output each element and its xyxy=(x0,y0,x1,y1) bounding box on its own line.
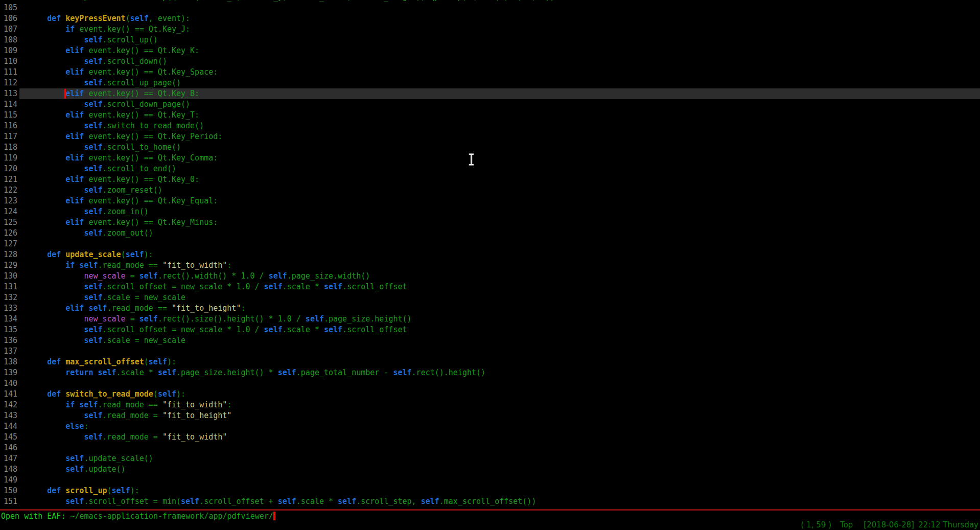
code-text: elif event.key() == Qt.Key_Minus: xyxy=(29,218,218,227)
code-text: def keyPressEvent(self, event): xyxy=(29,14,190,23)
code-text: self.scroll_offset = min(self.scroll_off… xyxy=(29,497,536,506)
code-line[interactable]: 108 self.scroll_up() xyxy=(0,35,980,45)
line-number: 149 xyxy=(0,475,29,486)
code-line[interactable]: 145 self.read_mode = "fit_to_width" xyxy=(0,432,980,443)
code-buffer[interactable]: painter.drawPixmap(QRect(render_x, rende… xyxy=(0,0,980,507)
line-number: 150 xyxy=(0,486,29,496)
code-line[interactable]: 146 xyxy=(0,443,980,453)
code-line[interactable]: 127 xyxy=(0,239,980,249)
code-line[interactable]: 129 if self.read_mode == "fit_to_width": xyxy=(0,260,980,271)
line-number: 106 xyxy=(0,13,29,24)
code-line[interactable]: 130 new_scale = self.rect().width() * 1.… xyxy=(0,271,980,282)
code-text: self.scale = new_scale xyxy=(29,293,185,302)
code-text: new_scale = self.rect().width() * 1.0 / … xyxy=(29,271,370,281)
code-text: self.zoom_out() xyxy=(29,228,153,238)
code-text: new_scale = self.rect().size().height() … xyxy=(29,314,412,324)
line-number: 147 xyxy=(0,453,29,464)
line-number: 143 xyxy=(0,410,29,421)
code-line[interactable]: 134 new_scale = self.rect().size().heigh… xyxy=(0,314,980,325)
line-number: 119 xyxy=(0,153,29,164)
code-line[interactable]: 112 self.scroll_up_page() xyxy=(0,78,980,88)
code-text: def switch_to_read_mode(self): xyxy=(29,389,185,399)
code-line[interactable]: 147 self.update_scale() xyxy=(0,453,980,464)
line-number: 117 xyxy=(0,131,29,142)
code-line[interactable]: 128 def update_scale(self): xyxy=(0,249,980,260)
line-number: 105 xyxy=(0,3,29,13)
code-line[interactable]: 138 def max_scroll_offset(self): xyxy=(0,357,980,367)
line-number: 118 xyxy=(0,142,29,153)
code-line[interactable]: 115 elif event.key() == Qt.Key_T: xyxy=(0,110,980,121)
line-number: 136 xyxy=(0,335,29,346)
line-number: 129 xyxy=(0,260,29,271)
code-text: painter.drawPixmap(QRect(render_x, rende… xyxy=(29,0,555,2)
code-text: elif self.read_mode == "fit_to_height": xyxy=(29,304,245,313)
line-number: 131 xyxy=(0,282,29,292)
code-line[interactable]: 123 elif event.key() == Qt.Key_Equal: xyxy=(0,196,980,206)
code-line[interactable]: 114 self.scroll_down_page() xyxy=(0,99,980,110)
code-line[interactable]: 117 elif event.key() == Qt.Key_Period: xyxy=(0,131,980,142)
code-text: elif event.key() == Qt.Key_K: xyxy=(29,46,199,55)
code-line[interactable]: 109 elif event.key() == Qt.Key_K: xyxy=(0,45,980,56)
line-number: 124 xyxy=(0,206,29,217)
code-text: elif event.key() == Qt.Key_T: xyxy=(29,110,199,120)
cursor-position: ( 1, 59 ) xyxy=(801,520,831,529)
code-line[interactable]: 126 self.zoom_out() xyxy=(0,228,980,239)
code-line[interactable]: 120 self.scroll_to_end() xyxy=(0,164,980,174)
code-line[interactable]: 105 xyxy=(0,3,980,13)
code-line[interactable]: 122 self.zoom_reset() xyxy=(0,185,980,196)
code-line[interactable]: 125 elif event.key() == Qt.Key_Minus: xyxy=(0,217,980,228)
code-line[interactable]: 149 xyxy=(0,475,980,486)
code-text: self.scroll_offset = new_scale * 1.0 / s… xyxy=(29,325,407,334)
code-line[interactable]: 148 self.update() xyxy=(0,464,980,475)
line-number: 109 xyxy=(0,45,29,56)
line-number: 113 xyxy=(0,88,29,99)
code-line[interactable]: 119 elif event.key() == Qt.Key_Comma: xyxy=(0,153,980,164)
code-line[interactable]: 140 xyxy=(0,378,980,389)
code-text: self.zoom_reset() xyxy=(29,186,162,195)
code-line[interactable]: 106 def keyPressEvent(self, event): xyxy=(0,13,980,24)
code-line[interactable]: 131 self.scroll_offset = new_scale * 1.0… xyxy=(0,282,980,292)
code-text: self.scale = new_scale xyxy=(29,336,185,345)
code-line[interactable]: 139 return self.scale * self.page_size.h… xyxy=(0,367,980,378)
code-line[interactable]: 121 elif event.key() == Qt.Key_0: xyxy=(0,174,980,185)
line-number: 142 xyxy=(0,400,29,410)
code-text: elif event.key() == Qt.Key_Equal: xyxy=(29,196,218,205)
code-line[interactable]: 136 self.scale = new_scale xyxy=(0,335,980,346)
code-line[interactable]: 116 self.switch_to_read_mode() xyxy=(0,121,980,131)
code-line[interactable]: 132 self.scale = new_scale xyxy=(0,292,980,303)
code-line[interactable]: 113 elif event.key() == Qt.Key_B: xyxy=(0,88,980,99)
line-number: 139 xyxy=(0,367,29,378)
line-number: 120 xyxy=(0,164,29,174)
code-line[interactable]: 142 if self.read_mode == "fit_to_width": xyxy=(0,400,980,410)
minibuffer-input[interactable]: ~/emacs-application-framework/app/pdfvie… xyxy=(70,512,273,521)
code-text: elif event.key() == Qt.Key_B: xyxy=(29,89,199,98)
code-text: self.scroll_to_home() xyxy=(29,143,181,152)
line-number: 144 xyxy=(0,421,29,432)
code-line[interactable]: 133 elif self.read_mode == "fit_to_heigh… xyxy=(0,303,980,314)
code-line[interactable]: 111 elif event.key() == Qt.Key_Space: xyxy=(0,67,980,78)
code-text: self.read_mode = "fit_to_width" xyxy=(29,432,227,442)
code-line[interactable]: 118 self.scroll_to_home() xyxy=(0,142,980,153)
minibuffer[interactable]: Open with EAF: ~/emacs-application-frame… xyxy=(1,511,275,522)
code-line[interactable]: 110 self.scroll_down() xyxy=(0,56,980,67)
modeline-separator xyxy=(0,509,980,511)
code-text: return self.scale * self.page_size.heigh… xyxy=(29,368,485,377)
line-number: 122 xyxy=(0,185,29,196)
text-cursor xyxy=(64,89,66,99)
code-text: self.zoom_in() xyxy=(29,207,149,216)
code-line[interactable]: 143 self.read_mode = "fit_to_height" xyxy=(0,410,980,421)
code-line[interactable]: 135 self.scroll_offset = new_scale * 1.0… xyxy=(0,325,980,335)
code-text: elif event.key() == Qt.Key_Space: xyxy=(29,67,218,77)
line-number: 140 xyxy=(0,378,29,389)
code-line[interactable]: 141 def switch_to_read_mode(self): xyxy=(0,389,980,400)
code-line[interactable]: 144 else: xyxy=(0,421,980,432)
code-text: self.scroll_offset = new_scale * 1.0 / s… xyxy=(29,282,407,291)
code-line[interactable]: 150 def scroll_up(self): xyxy=(0,486,980,496)
code-line[interactable]: 137 xyxy=(0,346,980,357)
code-line[interactable]: 151 self.scroll_offset = min(self.scroll… xyxy=(0,496,980,507)
ibeam-mouse-pointer-icon xyxy=(468,153,475,166)
code-text: def update_scale(self): xyxy=(29,250,153,259)
line-number: 137 xyxy=(0,346,29,357)
code-line[interactable]: 124 self.zoom_in() xyxy=(0,206,980,217)
code-line[interactable]: 107 if event.key() == Qt.Key_J: xyxy=(0,24,980,35)
